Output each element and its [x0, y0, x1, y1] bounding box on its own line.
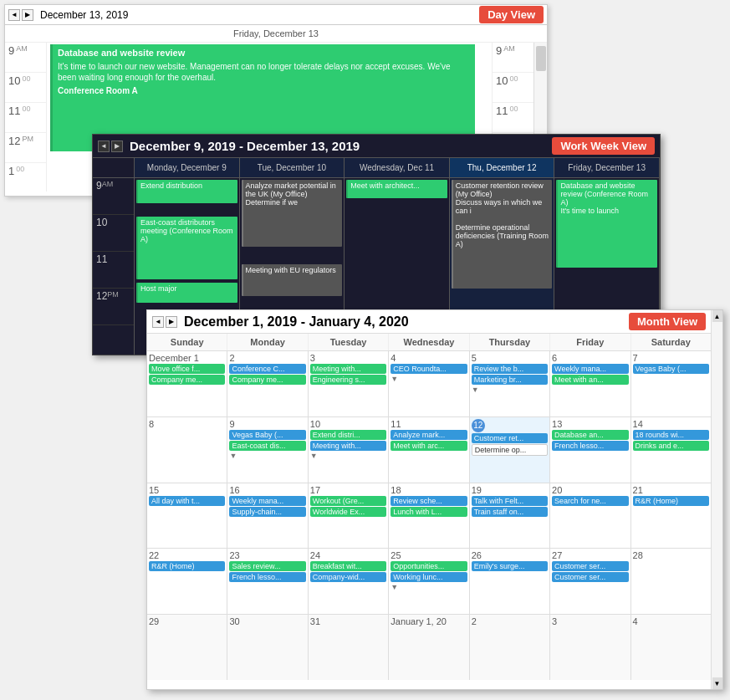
- month-header-thu: Thursday: [470, 334, 550, 350]
- cell-date-dec24: 24: [310, 550, 386, 560]
- month-event-search20[interactable]: Search for ne...: [552, 496, 628, 506]
- month-event-weekly16[interactable]: Weekly mana...: [229, 496, 305, 506]
- month-cell-dec27: 27 Customer ser... Customer ser...: [550, 549, 630, 614]
- month-header-wed: Wednesday: [389, 334, 469, 350]
- ww-event-extend[interactable]: Extend distribution: [136, 180, 237, 203]
- month-cell-dec10: 10 Extend distri... Meeting with...: [309, 417, 389, 483]
- month-event-working25[interactable]: Working lunc...: [391, 572, 467, 582]
- month-more-dec5[interactable]: [472, 386, 548, 394]
- cell-date-dec4: 4: [391, 353, 467, 363]
- ww-event-analyze[interactable]: Analyze market potential in the UK (My O…: [242, 180, 343, 247]
- month-event-engineering[interactable]: Engineering s...: [310, 375, 386, 385]
- month-event-customer27b[interactable]: Customer ser...: [552, 572, 628, 582]
- month-more-dec9[interactable]: [229, 452, 305, 460]
- month-event-review18[interactable]: Review sche...: [391, 496, 467, 506]
- cell-date-dec13: 13: [552, 419, 628, 429]
- day-event-body: It's time to launch our new website. Man…: [58, 61, 470, 83]
- cell-date-dec14: 14: [633, 419, 709, 429]
- month-event-lunch18[interactable]: Lunch with L...: [391, 507, 467, 517]
- month-event-conference[interactable]: Conference C...: [229, 364, 305, 374]
- month-event-18rounds[interactable]: 18 rounds wi...: [633, 430, 709, 440]
- month-cell-dec19: 19 Talk with Felt... Train staff on...: [470, 483, 550, 549]
- month-header-sun: Sunday: [147, 334, 227, 350]
- day-view-label: Day View: [479, 6, 544, 23]
- month-scroll-down[interactable]: ▼: [712, 677, 722, 689]
- month-event-move[interactable]: Move office f...: [149, 364, 225, 374]
- ww-nav-arrows: ◄ ▶: [98, 141, 123, 152]
- month-cell-dec25: 25 Opportunities... Working lunc...: [389, 549, 469, 614]
- ww-prev-arrow[interactable]: ◄: [98, 141, 110, 152]
- month-header-sat: Saturday: [631, 334, 711, 350]
- month-cell-dec4: 4 CEO Roundta...: [389, 351, 469, 416]
- month-event-meeting10[interactable]: Meeting with...: [310, 441, 386, 451]
- month-more-dec10[interactable]: [310, 452, 386, 460]
- cell-date-dec31: 31: [310, 616, 386, 626]
- month-prev-arrow[interactable]: ◄: [152, 316, 164, 328]
- cell-date-dec22: 22: [149, 550, 225, 560]
- month-cell-dec5: 5 Review the b... Marketing br...: [470, 351, 550, 416]
- cell-date-dec2: 2: [229, 353, 305, 363]
- month-event-vegas9[interactable]: Vegas Baby (...: [229, 430, 305, 440]
- month-event-company24[interactable]: Company-wid...: [310, 572, 386, 582]
- month-event-extend10[interactable]: Extend distri...: [310, 430, 386, 440]
- month-more-dec25[interactable]: [391, 583, 467, 591]
- month-event-marketing[interactable]: Marketing br...: [472, 375, 548, 385]
- month-event-french13[interactable]: French lesso...: [552, 441, 628, 451]
- day-prev-arrow[interactable]: ◄: [8, 9, 20, 21]
- month-week-2: 8 9 Vegas Baby (... East-coast dis... 10…: [147, 417, 711, 483]
- month-cell-dec21: 21 R&R (Home): [631, 483, 711, 549]
- ww-next-arrow[interactable]: ▶: [111, 141, 123, 152]
- month-event-meeting3[interactable]: Meeting with...: [310, 364, 386, 374]
- cell-date-dec29: 29: [149, 616, 225, 626]
- month-event-eastcoast9[interactable]: East-coast dis...: [229, 441, 305, 451]
- month-event-sales23[interactable]: Sales review...: [229, 561, 305, 571]
- ww-event-customer-ret[interactable]: Customer retention review (My Office)Dis…: [452, 180, 553, 289]
- month-more-dec4[interactable]: [391, 375, 467, 383]
- month-event-company2[interactable]: Company me...: [229, 375, 305, 385]
- month-cell-jan3: 3: [550, 615, 630, 680]
- month-event-rr21[interactable]: R&R (Home): [633, 496, 709, 506]
- ww-event-eu[interactable]: Meeting with EU regulators: [242, 264, 343, 296]
- month-next-arrow[interactable]: ▶: [166, 316, 177, 328]
- month-event-meetarc11[interactable]: Meet with arc...: [391, 441, 467, 451]
- day-nav-arrows: ◄ ▶: [8, 9, 33, 21]
- month-event-breakfast24[interactable]: Breakfast wit...: [310, 561, 386, 571]
- month-event-supply16[interactable]: Supply-chain...: [229, 507, 305, 517]
- month-days-header: Sunday Monday Tuesday Wednesday Thursday…: [147, 334, 711, 351]
- time-slot-1: 100: [5, 163, 46, 192]
- month-event-opp25[interactable]: Opportunities...: [391, 561, 467, 571]
- month-event-worldwide17[interactable]: Worldwide Ex...: [310, 507, 386, 517]
- month-event-drinks[interactable]: Drinks and e...: [633, 441, 709, 451]
- ww-event-database-ww[interactable]: Database and website review (Conference …: [556, 180, 657, 268]
- ww-event-eastcoast[interactable]: East-coast distributors meeting (Confere…: [136, 217, 237, 279]
- cell-date-dec19: 19: [472, 485, 548, 495]
- month-event-review-b[interactable]: Review the b...: [472, 364, 548, 374]
- month-event-analyze11[interactable]: Analyze mark...: [391, 430, 467, 440]
- month-event-workout17[interactable]: Workout (Gre...: [310, 496, 386, 506]
- month-event-customer27a[interactable]: Customer ser...: [552, 561, 628, 571]
- month-event-french23[interactable]: French lesso...: [229, 572, 305, 582]
- day-next-arrow[interactable]: ▶: [22, 9, 33, 21]
- month-event-rr22[interactable]: R&R (Home): [149, 561, 225, 571]
- month-event-meetwith6[interactable]: Meet with an...: [552, 375, 628, 385]
- month-event-talk19[interactable]: Talk with Felt...: [472, 496, 548, 506]
- month-event-train19[interactable]: Train staff on...: [472, 507, 548, 517]
- month-event-company1[interactable]: Company me...: [149, 375, 225, 385]
- month-event-allday15[interactable]: All day with t...: [149, 496, 225, 506]
- right-time-9am: 9AM: [493, 43, 533, 73]
- month-cell-dec29: 29: [147, 615, 227, 680]
- month-event-weekly6[interactable]: Weekly mana...: [552, 364, 628, 374]
- month-scrollbar[interactable]: ▲ ▼: [711, 310, 722, 689]
- cell-date-jan4: 4: [633, 616, 709, 626]
- cell-date-dec1: December 1: [149, 353, 225, 363]
- ww-event-host[interactable]: Host major: [136, 283, 237, 303]
- month-cell-dec22: 22 R&R (Home): [147, 549, 227, 614]
- month-event-database13[interactable]: Database an...: [552, 430, 628, 440]
- month-event-customer12[interactable]: Customer ret...: [472, 433, 548, 443]
- ww-event-architect[interactable]: Meet with architect...: [346, 180, 447, 198]
- month-event-ceo[interactable]: CEO Roundta...: [391, 364, 467, 374]
- month-event-determine12[interactable]: Determine op...: [472, 444, 548, 456]
- month-event-vegas7[interactable]: Vegas Baby (...: [633, 364, 709, 374]
- month-event-emily26[interactable]: Emily's surge...: [472, 561, 548, 571]
- month-scroll-up[interactable]: ▲: [712, 310, 722, 322]
